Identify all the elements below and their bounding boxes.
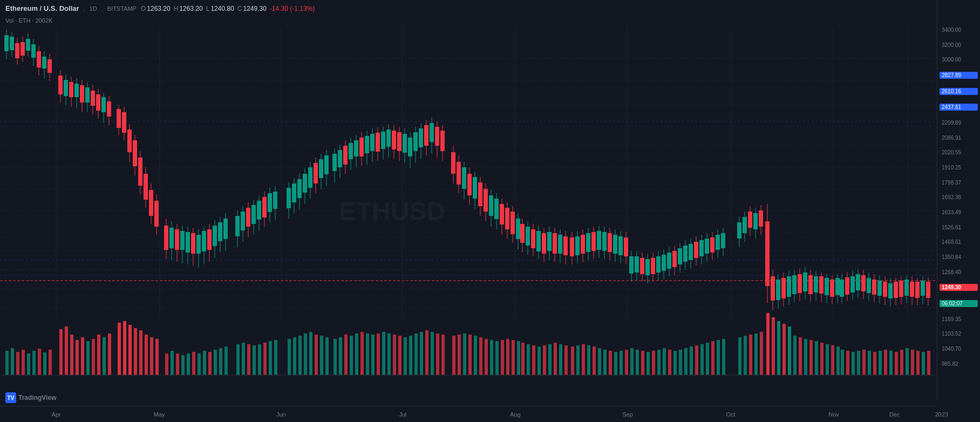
chart-container: Ethereum / U.S. Dollar , 1D , BITSTAMP O… <box>0 0 980 422</box>
svg-rect-441 <box>517 341 520 375</box>
svg-rect-392 <box>236 344 240 375</box>
price-label: 3000.00 <box>940 57 978 63</box>
svg-rect-384 <box>187 353 190 375</box>
svg-rect-403 <box>304 333 307 375</box>
svg-rect-512 <box>911 350 914 375</box>
svg-rect-509 <box>895 352 898 375</box>
svg-rect-338 <box>798 274 802 293</box>
svg-rect-326 <box>608 233 612 252</box>
svg-rect-56 <box>85 87 90 103</box>
svg-rect-412 <box>355 333 358 375</box>
svg-rect-182 <box>558 235 562 254</box>
svg-rect-434 <box>479 337 482 375</box>
svg-rect-70 <box>127 130 132 152</box>
svg-rect-114 <box>257 201 261 220</box>
svg-rect-396 <box>258 344 261 375</box>
svg-rect-204 <box>683 246 688 262</box>
svg-rect-446 <box>543 345 546 375</box>
price-axis: 3400.003200.003000.002827.892610.162437.… <box>937 0 980 399</box>
svg-rect-238 <box>787 276 791 297</box>
svg-rect-387 <box>203 351 206 375</box>
svg-rect-88 <box>180 231 185 250</box>
open-label: O <box>141 5 146 12</box>
svg-rect-226 <box>753 213 758 229</box>
svg-rect-118 <box>268 193 272 212</box>
svg-rect-158 <box>467 174 472 195</box>
low-label: L <box>206 5 210 12</box>
svg-rect-424 <box>420 332 423 375</box>
svg-rect-286 <box>365 136 369 153</box>
svg-rect-64 <box>107 101 111 117</box>
svg-rect-34 <box>21 42 25 56</box>
svg-rect-52 <box>74 84 79 97</box>
price-label: 2086.91 <box>940 135 978 141</box>
chart-exchange: BITSTAMP <box>107 5 137 12</box>
svg-rect-394 <box>247 344 250 375</box>
svg-rect-214 <box>710 237 714 253</box>
svg-rect-414 <box>366 333 369 375</box>
svg-rect-445 <box>537 346 541 375</box>
svg-rect-342 <box>808 275 813 294</box>
time-label: Apr <box>52 411 61 418</box>
svg-rect-450 <box>564 345 568 375</box>
svg-rect-405 <box>315 335 318 375</box>
svg-rect-413 <box>360 332 364 375</box>
price-change: -14.30 (-1.13%) <box>270 5 315 12</box>
svg-rect-160 <box>473 177 477 199</box>
svg-rect-359 <box>38 349 41 375</box>
svg-rect-468 <box>663 348 666 375</box>
svg-rect-416 <box>377 333 380 375</box>
svg-rect-330 <box>618 236 623 255</box>
svg-rect-230 <box>765 221 770 286</box>
svg-rect-166 <box>489 195 493 216</box>
svg-rect-500 <box>846 351 849 375</box>
svg-rect-497 <box>831 345 834 375</box>
svg-rect-194 <box>656 256 661 273</box>
svg-rect-278 <box>343 146 348 165</box>
svg-rect-363 <box>65 326 68 375</box>
svg-rect-48 <box>64 80 68 96</box>
time-label: Dec <box>889 411 900 418</box>
svg-rect-108 <box>241 212 245 230</box>
time-label: Oct <box>726 411 736 418</box>
svg-rect-202 <box>678 248 682 264</box>
price-label: 2827.89 <box>940 72 978 79</box>
svg-rect-371 <box>108 333 111 375</box>
svg-rect-250 <box>867 278 871 293</box>
svg-rect-410 <box>344 335 348 375</box>
svg-rect-242 <box>845 277 849 295</box>
time-label: Nov <box>828 411 839 418</box>
svg-rect-152 <box>451 152 455 174</box>
svg-rect-447 <box>548 344 552 375</box>
svg-rect-483 <box>754 333 758 375</box>
svg-rect-472 <box>684 348 688 375</box>
svg-rect-433 <box>474 336 477 375</box>
svg-rect-368 <box>92 339 95 375</box>
svg-rect-256 <box>883 282 887 297</box>
svg-rect-357 <box>27 353 30 375</box>
svg-rect-150 <box>440 131 445 151</box>
svg-rect-432 <box>468 335 472 375</box>
svg-rect-436 <box>490 340 493 375</box>
svg-rect-122 <box>287 188 291 208</box>
svg-rect-172 <box>531 229 535 248</box>
svg-rect-513 <box>916 351 920 375</box>
svg-rect-385 <box>192 352 195 375</box>
price-label: 1103.52 <box>940 331 978 337</box>
time-label: May <box>154 411 165 418</box>
svg-rect-362 <box>59 329 63 375</box>
svg-rect-478 <box>717 340 720 375</box>
svg-rect-224 <box>748 212 752 228</box>
svg-rect-42 <box>42 57 46 69</box>
svg-rect-36 <box>26 39 30 51</box>
svg-rect-395 <box>253 345 256 375</box>
svg-rect-210 <box>699 240 704 256</box>
svg-rect-292 <box>381 132 385 149</box>
svg-rect-455 <box>593 346 596 375</box>
svg-rect-308 <box>511 212 515 234</box>
svg-rect-361 <box>49 350 52 375</box>
svg-rect-156 <box>462 167 466 189</box>
svg-rect-364 <box>70 335 73 375</box>
svg-rect-132 <box>314 163 318 183</box>
svg-rect-499 <box>841 350 844 375</box>
